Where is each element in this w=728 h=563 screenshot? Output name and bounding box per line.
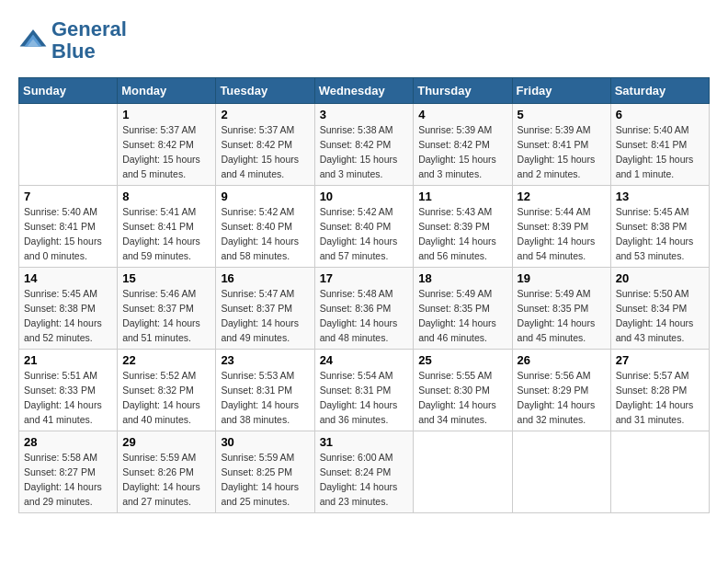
- calendar-cell: [414, 431, 512, 513]
- calendar-cell: 24Sunrise: 5:54 AM Sunset: 8:31 PM Dayli…: [314, 350, 414, 431]
- day-number: 12: [518, 190, 606, 203]
- calendar-week-row: 7Sunrise: 5:40 AM Sunset: 8:41 PM Daylig…: [19, 186, 710, 268]
- day-info: Sunrise: 5:55 AM Sunset: 8:30 PM Dayligh…: [418, 369, 506, 427]
- day-info: Sunrise: 5:40 AM Sunset: 8:41 PM Dayligh…: [24, 205, 112, 263]
- day-info: Sunrise: 5:37 AM Sunset: 8:42 PM Dayligh…: [122, 123, 210, 181]
- calendar-cell: 8Sunrise: 5:41 AM Sunset: 8:41 PM Daylig…: [118, 186, 216, 268]
- calendar-week-row: 21Sunrise: 5:51 AM Sunset: 8:33 PM Dayli…: [19, 350, 710, 431]
- day-info: Sunrise: 5:46 AM Sunset: 8:37 PM Dayligh…: [122, 287, 210, 345]
- calendar-cell: 17Sunrise: 5:48 AM Sunset: 8:36 PM Dayli…: [314, 268, 414, 350]
- day-info: Sunrise: 5:49 AM Sunset: 8:35 PM Dayligh…: [518, 287, 606, 345]
- day-number: 31: [320, 435, 409, 449]
- day-number: 7: [24, 190, 112, 203]
- day-number: 30: [221, 435, 309, 449]
- day-number: 9: [221, 190, 309, 203]
- day-info: Sunrise: 5:53 AM Sunset: 8:31 PM Dayligh…: [221, 369, 309, 427]
- calendar-cell: [19, 104, 118, 186]
- calendar-cell: 1Sunrise: 5:37 AM Sunset: 8:42 PM Daylig…: [118, 104, 216, 186]
- day-number: 6: [616, 108, 704, 121]
- day-number: 16: [221, 271, 309, 285]
- weekday-header-cell: Tuesday: [216, 78, 314, 104]
- day-info: Sunrise: 5:58 AM Sunset: 8:27 PM Dayligh…: [24, 451, 112, 509]
- day-info: Sunrise: 5:40 AM Sunset: 8:41 PM Dayligh…: [616, 123, 704, 181]
- day-number: 1: [122, 108, 210, 121]
- calendar-cell: 2Sunrise: 5:37 AM Sunset: 8:42 PM Daylig…: [216, 104, 314, 186]
- calendar-cell: 18Sunrise: 5:49 AM Sunset: 8:35 PM Dayli…: [414, 268, 512, 350]
- calendar-cell: 13Sunrise: 5:45 AM Sunset: 8:38 PM Dayli…: [610, 186, 709, 268]
- day-info: Sunrise: 5:47 AM Sunset: 8:37 PM Dayligh…: [221, 287, 309, 345]
- day-number: 18: [418, 271, 506, 285]
- calendar-cell: 25Sunrise: 5:55 AM Sunset: 8:30 PM Dayli…: [414, 350, 512, 431]
- calendar-cell: 23Sunrise: 5:53 AM Sunset: 8:31 PM Dayli…: [216, 350, 314, 431]
- calendar-cell: 27Sunrise: 5:57 AM Sunset: 8:28 PM Dayli…: [610, 350, 709, 431]
- day-number: 17: [320, 271, 409, 285]
- calendar-cell: 20Sunrise: 5:50 AM Sunset: 8:34 PM Dayli…: [610, 268, 709, 350]
- weekday-header-cell: Sunday: [19, 78, 118, 104]
- day-info: Sunrise: 5:59 AM Sunset: 8:25 PM Dayligh…: [221, 451, 309, 509]
- calendar-cell: 7Sunrise: 5:40 AM Sunset: 8:41 PM Daylig…: [19, 186, 118, 268]
- day-number: 25: [418, 353, 506, 367]
- day-number: 21: [24, 353, 112, 367]
- day-info: Sunrise: 5:54 AM Sunset: 8:31 PM Dayligh…: [320, 369, 409, 427]
- day-number: 23: [221, 353, 309, 367]
- day-info: Sunrise: 5:45 AM Sunset: 8:38 PM Dayligh…: [24, 287, 112, 345]
- day-info: Sunrise: 5:56 AM Sunset: 8:29 PM Dayligh…: [518, 369, 606, 427]
- day-info: Sunrise: 5:41 AM Sunset: 8:41 PM Dayligh…: [122, 205, 210, 263]
- calendar-cell: 5Sunrise: 5:39 AM Sunset: 8:41 PM Daylig…: [512, 104, 610, 186]
- day-number: 19: [518, 271, 606, 285]
- calendar-cell: 30Sunrise: 5:59 AM Sunset: 8:25 PM Dayli…: [216, 431, 314, 513]
- logo: GeneralBlue: [18, 18, 127, 63]
- calendar-cell: 26Sunrise: 5:56 AM Sunset: 8:29 PM Dayli…: [512, 350, 610, 431]
- calendar-cell: [610, 431, 709, 513]
- day-number: 8: [122, 190, 210, 203]
- day-info: Sunrise: 5:38 AM Sunset: 8:42 PM Dayligh…: [320, 123, 409, 181]
- day-info: Sunrise: 5:42 AM Sunset: 8:40 PM Dayligh…: [221, 205, 309, 263]
- day-number: 27: [616, 353, 704, 367]
- weekday-header-cell: Thursday: [414, 78, 512, 104]
- day-info: Sunrise: 5:45 AM Sunset: 8:38 PM Dayligh…: [616, 205, 704, 263]
- weekday-header-cell: Monday: [118, 78, 216, 104]
- weekday-header-row: SundayMondayTuesdayWednesdayThursdayFrid…: [19, 78, 710, 104]
- calendar-cell: 19Sunrise: 5:49 AM Sunset: 8:35 PM Dayli…: [512, 268, 610, 350]
- day-number: 20: [616, 271, 704, 285]
- day-number: 14: [24, 271, 112, 285]
- calendar-week-row: 14Sunrise: 5:45 AM Sunset: 8:38 PM Dayli…: [19, 268, 710, 350]
- day-info: Sunrise: 5:48 AM Sunset: 8:36 PM Dayligh…: [320, 287, 409, 345]
- calendar-cell: 15Sunrise: 5:46 AM Sunset: 8:37 PM Dayli…: [118, 268, 216, 350]
- day-number: 22: [122, 353, 210, 367]
- day-number: 10: [320, 190, 409, 203]
- calendar-cell: 31Sunrise: 6:00 AM Sunset: 8:24 PM Dayli…: [314, 431, 414, 513]
- weekday-header-cell: Saturday: [610, 78, 709, 104]
- day-number: 24: [320, 353, 409, 367]
- calendar-week-row: 28Sunrise: 5:58 AM Sunset: 8:27 PM Dayli…: [19, 431, 710, 513]
- calendar-week-row: 1Sunrise: 5:37 AM Sunset: 8:42 PM Daylig…: [19, 104, 710, 186]
- day-number: 29: [122, 435, 210, 449]
- day-number: 15: [122, 271, 210, 285]
- logo-text: GeneralBlue: [51, 18, 127, 63]
- day-info: Sunrise: 5:49 AM Sunset: 8:35 PM Dayligh…: [418, 287, 506, 345]
- day-info: Sunrise: 5:43 AM Sunset: 8:39 PM Dayligh…: [418, 205, 506, 263]
- calendar-cell: 28Sunrise: 5:58 AM Sunset: 8:27 PM Dayli…: [19, 431, 118, 513]
- day-info: Sunrise: 5:42 AM Sunset: 8:40 PM Dayligh…: [320, 205, 409, 263]
- day-number: 28: [24, 435, 112, 449]
- day-info: Sunrise: 6:00 AM Sunset: 8:24 PM Dayligh…: [320, 451, 409, 509]
- calendar-cell: 14Sunrise: 5:45 AM Sunset: 8:38 PM Dayli…: [19, 268, 118, 350]
- day-number: 26: [518, 353, 606, 367]
- day-info: Sunrise: 5:39 AM Sunset: 8:42 PM Dayligh…: [418, 123, 506, 181]
- day-number: 5: [518, 108, 606, 121]
- calendar-cell: 4Sunrise: 5:39 AM Sunset: 8:42 PM Daylig…: [414, 104, 512, 186]
- day-info: Sunrise: 5:44 AM Sunset: 8:39 PM Dayligh…: [518, 205, 606, 263]
- calendar-cell: [512, 431, 610, 513]
- day-info: Sunrise: 5:39 AM Sunset: 8:41 PM Dayligh…: [518, 123, 606, 181]
- calendar-cell: 29Sunrise: 5:59 AM Sunset: 8:26 PM Dayli…: [118, 431, 216, 513]
- day-info: Sunrise: 5:59 AM Sunset: 8:26 PM Dayligh…: [122, 451, 210, 509]
- calendar-cell: 16Sunrise: 5:47 AM Sunset: 8:37 PM Dayli…: [216, 268, 314, 350]
- day-number: 13: [616, 190, 704, 203]
- calendar-cell: 22Sunrise: 5:52 AM Sunset: 8:32 PM Dayli…: [118, 350, 216, 431]
- calendar-body: 1Sunrise: 5:37 AM Sunset: 8:42 PM Daylig…: [19, 104, 710, 513]
- day-number: 11: [418, 190, 506, 203]
- calendar-table: SundayMondayTuesdayWednesdayThursdayFrid…: [18, 77, 710, 513]
- calendar-cell: 10Sunrise: 5:42 AM Sunset: 8:40 PM Dayli…: [314, 186, 414, 268]
- calendar-cell: 21Sunrise: 5:51 AM Sunset: 8:33 PM Dayli…: [19, 350, 118, 431]
- day-info: Sunrise: 5:51 AM Sunset: 8:33 PM Dayligh…: [24, 369, 112, 427]
